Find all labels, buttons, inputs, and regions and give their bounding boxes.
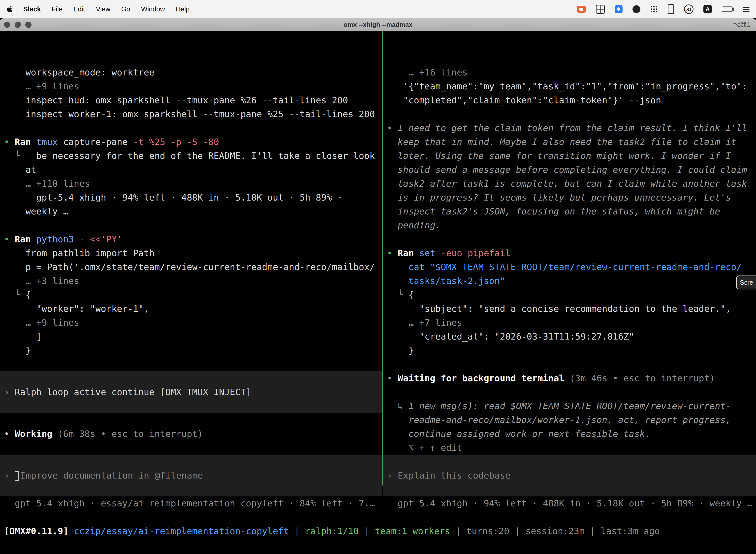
terminal-line: p = Path('.omx/state/team/review-current…	[0, 260, 382, 274]
terminal-text-segment: gpt-5.4 xhigh · 94% left · 488K in · 5.1…	[387, 498, 753, 508]
terminal-text-segment: cat	[408, 262, 430, 272]
input-source-icon[interactable]: A	[703, 5, 712, 13]
menu-window[interactable]: Window	[141, 5, 165, 13]
terminal-text-segment: should send a message before completing …	[387, 165, 747, 175]
terminal-text-segment: ›	[4, 470, 15, 481]
terminal-text-segment: later. Using the same for transition mig…	[387, 151, 731, 161]
terminal-text-segment: └	[387, 290, 408, 300]
terminal-line: … +9 lines	[0, 316, 382, 330]
terminal-line: gpt-5.4 xhigh · 94% left · 488K in · 5.1…	[0, 190, 382, 205]
prompt-input-box[interactable]: › Improve documentation in @filename	[0, 455, 382, 496]
prompt-input-line: › Improve documentation in @filename	[0, 468, 382, 483]
terminal-text-segment: | turns:20 | session:23m | last:3m ago	[450, 526, 660, 536]
menu-go[interactable]: Go	[121, 5, 130, 13]
terminal-blank-line	[383, 385, 756, 399]
screen-notification-overlay[interactable]: Scre	[736, 276, 756, 289]
prompt-input-box[interactable]: › Explain this codebase	[383, 455, 756, 496]
terminal-text-segment: •	[4, 234, 15, 244]
terminal-text-segment: ⌥ + ↑ edit	[387, 443, 462, 453]
terminal-blank-line	[0, 413, 382, 427]
terminal-text-segment: capture-pane	[63, 137, 133, 147]
control-center-icon[interactable]	[743, 6, 750, 12]
minimize-button[interactable]	[15, 21, 21, 28]
terminal-text-segment: Explain this codebase	[397, 470, 510, 481]
terminal-text-segment: at	[4, 165, 36, 175]
close-button[interactable]	[4, 21, 10, 28]
terminal-text-segment: Waiting for background terminal	[397, 373, 570, 383]
terminal-blank-line	[0, 121, 382, 135]
terminal-text-segment: inspect task2's JSON, focusing on the st…	[387, 206, 720, 216]
terminal-line: … +9 lines	[0, 79, 382, 93]
battery-icon[interactable]	[722, 6, 733, 12]
terminal-line: is in progress? It seems likely but perh…	[383, 190, 756, 205]
terminal-blank-line	[383, 232, 756, 246]
menu-bar-left: Slack FileEditViewGoWindowHelp	[6, 5, 189, 13]
terminal-text-segment: … +7 lines	[387, 318, 462, 328]
menu-help[interactable]: Help	[176, 5, 190, 13]
dark-circle-app-icon[interactable]	[632, 5, 640, 13]
terminal-text-segment: inspect_worker-1: omx sparkshell --tmux-…	[4, 109, 375, 119]
terminal-line: "completed","claim_token":"claim-token"}…	[383, 93, 756, 107]
iphone-mirroring-icon[interactable]	[668, 4, 674, 14]
terminal-text-segment: "$OMX_TEAM_STATE_ROOT/team/review-curren…	[430, 262, 742, 272]
terminal-line: pending.	[383, 218, 756, 232]
apple-icon[interactable]	[6, 6, 12, 13]
terminal-text-segment: … +16 lines	[387, 67, 467, 77]
menu-file[interactable]: File	[52, 5, 63, 13]
terminal-blank-line	[0, 218, 382, 232]
screen-notification-text: Scre	[740, 279, 753, 286]
terminal-window: workspace_mode: worktree … +9 lines insp…	[0, 31, 756, 554]
terminal-blank-line	[383, 357, 756, 371]
terminal-text-segment: [OMX#0.11.9]	[4, 526, 74, 536]
traffic-lights	[0, 21, 32, 28]
terminal-text-segment: └	[4, 151, 20, 161]
terminal-line: readme-and-reco/mailbox/worker-1.json, a…	[383, 413, 756, 427]
terminal-text-segment: … +110 lines	[4, 178, 90, 189]
terminal-text-segment: keep that in mind. Maybe I also need the…	[387, 137, 737, 147]
terminal-line: gpt-5.4 xhigh · 94% left · 488K in · 5.1…	[383, 496, 756, 510]
terminal-line: '{"team_name":"my-team","task_id":"1","f…	[383, 79, 756, 93]
terminal-text-segment: ]	[4, 331, 42, 341]
screen-recording-indicator-icon[interactable]	[577, 6, 586, 13]
terminal-text-segment: workspace_mode: worktree	[4, 67, 154, 77]
terminal-line: … +3 lines	[0, 274, 382, 288]
terminal-line: … +16 lines	[383, 65, 756, 79]
terminal-text-segment: •	[387, 248, 397, 258]
window-grid-icon[interactable]	[596, 5, 605, 14]
terminal-blank-line	[0, 357, 382, 371]
terminal-text-segment: ralph:1/10	[305, 526, 359, 536]
terminal-text-segment: -euo pipefail	[441, 248, 511, 258]
terminal-text-segment: tasks/task-2.json"	[387, 276, 505, 286]
terminal-text-segment: └	[4, 290, 25, 300]
terminal-line: weekly …	[0, 205, 382, 218]
blue-app-icon[interactable]	[615, 5, 623, 13]
terminal-blank-line	[0, 441, 382, 455]
terminal-line: └ {	[383, 288, 756, 302]
terminal-text-segment: - <<'PY'	[79, 234, 122, 244]
text-cursor	[15, 472, 19, 481]
terminal-text-segment: gpt-5.4 xhigh · essay/ai-reimplementatio…	[4, 498, 375, 508]
terminal-text-segment: is in progress? It seems likely but perh…	[387, 192, 731, 203]
menu-app-name[interactable]: Slack	[23, 5, 41, 13]
window-title: omx --xhigh --madmax	[0, 21, 756, 29]
terminal-text-segment: Ralph loop active continue [OMX_TMUX_INJ…	[15, 387, 251, 397]
terminal-text-segment: readme-and-reco/mailbox/worker-1.json, a…	[387, 415, 731, 425]
prompt-input-box[interactable]: › Ralph loop active continue [OMX_TMUX_I…	[0, 371, 382, 413]
terminal-blank-line	[383, 107, 756, 121]
gauge-icon[interactable]: .61	[684, 4, 693, 14]
terminal-text-segment: }	[387, 345, 414, 355]
terminal-pane-right: … +16 lines '{"team_name":"my-team","tas…	[383, 65, 756, 510]
terminal-line: from pathlib import Path	[0, 246, 382, 260]
terminal-text-segment: task2 after task1 is complete, but can I…	[387, 178, 747, 189]
dots-grid-icon[interactable]	[650, 5, 658, 13]
terminal-line: • Ran python3 - <<'PY'	[0, 232, 382, 246]
zoom-button[interactable]	[25, 21, 32, 28]
terminal-line: ↳ 1 new msg(s): read $OMX_TEAM_STATE_ROO…	[383, 399, 756, 413]
menu-edit[interactable]: Edit	[73, 5, 85, 13]
terminal-text-segment: Working	[15, 429, 58, 439]
terminal-text-segment: from pathlib import Path	[4, 248, 154, 258]
terminal-line: ⌥ + ↑ edit	[383, 441, 756, 455]
terminal-line: task2 after task1 is complete, but can I…	[383, 177, 756, 190]
terminal-line: continue assigned work or next feasible …	[383, 427, 756, 441]
menu-view[interactable]: View	[96, 5, 110, 13]
